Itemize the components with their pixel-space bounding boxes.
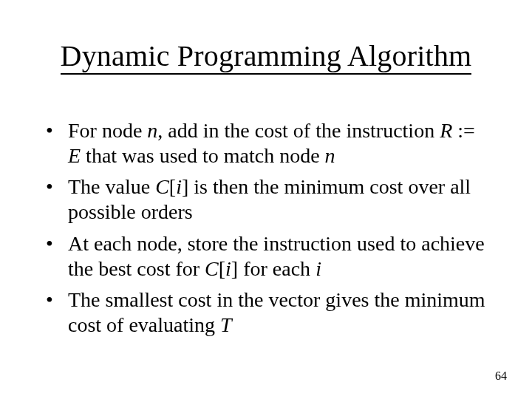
bullet-item: The smallest cost in the vector gives th… — [40, 287, 492, 338]
text-run: The smallest cost in the vector gives th… — [68, 288, 485, 336]
var-e: E — [68, 144, 81, 167]
bullet-item: For node n, add in the cost of the instr… — [40, 118, 492, 168]
var-c: C — [205, 257, 219, 280]
var-i: i — [176, 175, 182, 198]
bullet-item: The value C[i] is then the minimum cost … — [40, 174, 492, 225]
text-run: , add in the cost of the instruction — [157, 119, 440, 142]
var-r: R — [440, 119, 452, 142]
slide-content: For node n, add in the cost of the instr… — [40, 118, 492, 344]
bullet-list: For node n, add in the cost of the instr… — [40, 118, 492, 338]
text-run: [ — [219, 257, 225, 280]
text-run: ] for each — [231, 257, 316, 280]
text-run: For node — [68, 119, 147, 142]
var-n: n — [147, 119, 157, 142]
text-run: := — [452, 119, 475, 142]
text-run: that was used to match node — [81, 144, 324, 167]
var-t: T — [220, 313, 232, 336]
page-number: 64 — [495, 369, 507, 383]
text-run: [ — [169, 175, 176, 198]
bullet-item: At each node, store the instruction used… — [40, 231, 492, 282]
var-n: n — [325, 144, 335, 167]
var-i: i — [225, 257, 231, 280]
title-text: Dynamic Programming Algorithm — [61, 39, 472, 75]
slide: Dynamic Programming Algorithm For node n… — [0, 0, 532, 399]
slide-title: Dynamic Programming Algorithm — [0, 38, 532, 73]
text-run: The value — [68, 175, 155, 198]
var-c: C — [155, 175, 169, 198]
var-i: i — [316, 257, 321, 280]
